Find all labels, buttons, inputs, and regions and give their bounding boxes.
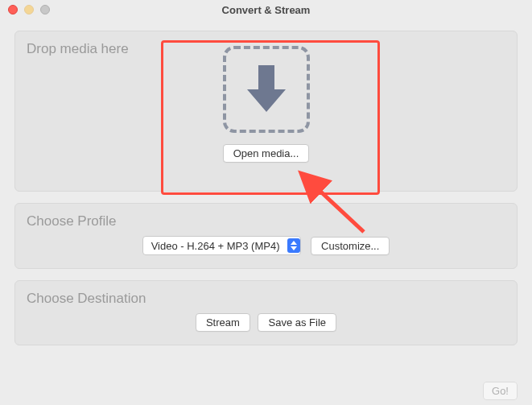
choose-profile-panel: Choose Profile Video - H.264 + MP3 (MP4)… bbox=[14, 203, 518, 269]
drop-zone[interactable] bbox=[223, 46, 310, 133]
download-arrow-icon bbox=[244, 60, 289, 118]
open-media-button[interactable]: Open media... bbox=[223, 144, 310, 163]
profile-selected-value: Video - H.264 + MP3 (MP4) bbox=[151, 240, 280, 252]
window-title: Convert & Stream bbox=[0, 4, 532, 16]
save-as-file-button[interactable]: Save as File bbox=[258, 313, 336, 332]
updown-arrows-icon bbox=[287, 238, 300, 253]
profile-select[interactable]: Video - H.264 + MP3 (MP4) bbox=[142, 236, 302, 255]
stream-button[interactable]: Stream bbox=[196, 313, 250, 332]
window-titlebar: Convert & Stream bbox=[0, 0, 532, 19]
choose-destination-panel: Choose Destination Stream Save as File bbox=[14, 280, 518, 345]
go-button: Go! bbox=[483, 382, 518, 400]
choose-profile-title: Choose Profile bbox=[27, 213, 505, 229]
customize-button[interactable]: Customize... bbox=[311, 237, 390, 255]
drop-media-panel: Drop media here Open media... bbox=[14, 31, 518, 192]
choose-destination-title: Choose Destination bbox=[27, 291, 505, 307]
